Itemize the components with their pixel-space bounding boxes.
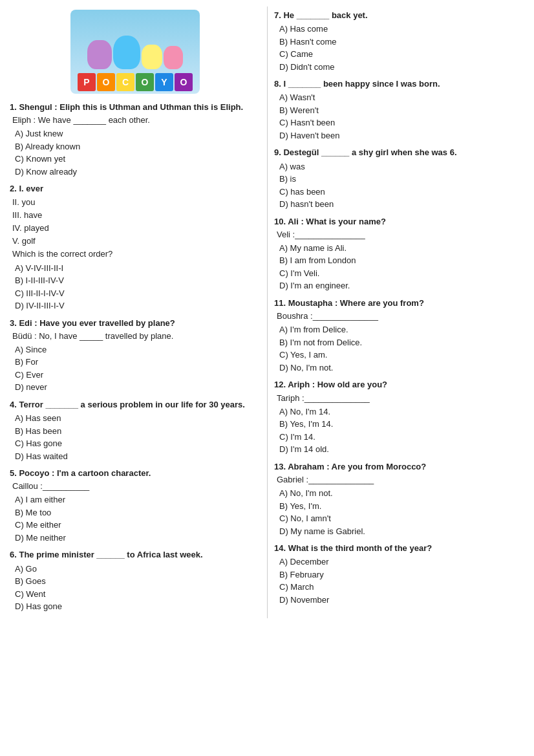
left-column: P O C O Y O 1. Shengul : Eliph this is U… <box>10 6 267 618</box>
option-1-C: C) Known yet <box>15 153 261 166</box>
option-4-A: A) Has seen <box>15 412 261 425</box>
option-13-C: C) No, I amn't <box>279 512 524 525</box>
option-10-A: A) My name is Ali. <box>279 242 524 255</box>
question-subline-2-2: III. have <box>10 210 261 221</box>
option-13-B: B) Yes, I'm. <box>279 500 524 513</box>
option-6-D: D) Has gone <box>15 600 261 613</box>
question-subline-3-1: Büdü : No, I have _____ travelled by pla… <box>10 330 261 342</box>
question-13: 13. Abraham : Are you from Morocco?Gabri… <box>274 461 524 537</box>
char-pato <box>142 45 162 69</box>
logo-block-p: P <box>78 73 96 91</box>
option-7-B: B) Hasn't come <box>279 36 524 49</box>
options-14: A) DecemberB) FebruaryC) MarchD) Novembe… <box>274 556 524 606</box>
question-5: 5. Pocoyo : I'm a cartoon character.Cail… <box>10 468 261 544</box>
option-1-A: A) Just knew <box>15 127 261 140</box>
logo-block-o1: O <box>97 73 115 91</box>
option-3-A: A) Since <box>15 343 261 356</box>
question-subline-2-3: IV. played <box>10 222 261 234</box>
options-6: A) GoB) GoesC) WentD) Has gone <box>10 563 261 613</box>
logo-area: P O C O Y O <box>10 10 261 94</box>
question-6: 6. The prime minister ______ to Africa l… <box>10 549 261 612</box>
option-10-B: B) I am from London <box>279 254 524 267</box>
options-9: A) wasB) isC) has beenD) hasn't been <box>274 160 524 211</box>
char-elly <box>87 40 112 69</box>
option-3-C: C) Ever <box>15 369 261 382</box>
option-4-C: C) Has gone <box>15 437 261 450</box>
logo-block-o3: O <box>175 73 193 91</box>
option-3-D: D) never <box>15 381 261 394</box>
option-7-D: D) Didn't come <box>279 61 524 74</box>
option-11-B: B) I'm not from Delice. <box>279 336 524 349</box>
question-text-6: 6. The prime minister ______ to Africa l… <box>10 549 261 561</box>
option-5-C: C) Me either <box>15 519 261 532</box>
option-13-A: A) No, I'm not. <box>279 487 524 500</box>
option-6-C: C) Went <box>15 588 261 601</box>
option-2-A: A) V-IV-III-II-I <box>15 262 261 275</box>
option-8-C: C) Hasn't been <box>279 116 524 129</box>
options-11: A) I'm from Delice.B) I'm not from Delic… <box>274 323 524 374</box>
question-text-10: 10. Ali : What is your name? <box>274 216 524 228</box>
options-7: A) Has comeB) Hasn't comeC) CameD) Didn'… <box>274 23 524 73</box>
option-6-B: B) Goes <box>15 575 261 588</box>
option-14-C: C) March <box>279 581 524 594</box>
question-subline-10-1: Veli :_______________ <box>274 229 524 241</box>
question-12: 12. Ariph : How old are you?Tariph :____… <box>274 379 524 455</box>
option-9-A: A) was <box>279 160 524 173</box>
question-2: 2. I. everII. youIII. haveIV. playedV. g… <box>10 183 261 312</box>
question-text-1: 1. Shengul : Eliph this is Uthman and Ut… <box>10 102 261 113</box>
question-text-3: 3. Edi : Have you ever travelled by plan… <box>10 318 261 329</box>
question-10: 10. Ali : What is your name?Veli :______… <box>274 216 524 292</box>
logo-characters <box>87 36 183 69</box>
char-loula <box>164 46 183 69</box>
options-4: A) Has seenB) Has beenC) Has goneD) Has … <box>10 412 261 462</box>
question-text-9: 9. Destegül ______ a shy girl when she w… <box>274 147 524 158</box>
question-9: 9. Destegül ______ a shy girl when she w… <box>274 147 524 210</box>
question-subline-5-1: Caillou :__________ <box>10 481 261 492</box>
option-3-B: B) For <box>15 356 261 369</box>
option-14-B: B) February <box>279 568 524 581</box>
option-12-A: A) No, I'm 14. <box>279 405 524 418</box>
logo-image: P O C O Y O <box>70 10 200 94</box>
right-column: 7. He _______ back yet.A) Has comeB) Has… <box>267 6 524 618</box>
option-2-B: B) I-II-III-IV-V <box>15 274 261 287</box>
logo-block-c: C <box>116 73 134 91</box>
option-5-D: D) Me neither <box>15 532 261 545</box>
question-text-4: 4. Terror _______ a serious problem in o… <box>10 399 261 411</box>
option-13-D: D) My name is Gabriel. <box>279 525 524 538</box>
question-14: 14. What is the third month of the year?… <box>274 543 524 606</box>
options-5: A) I am eitherB) Me tooC) Me eitherD) Me… <box>10 493 261 544</box>
options-3: A) SinceB) ForC) EverD) never <box>10 343 261 394</box>
options-8: A) Wasn'tB) Weren'tC) Hasn't beenD) Have… <box>274 91 524 142</box>
question-subline-2-1: II. you <box>10 197 261 208</box>
question-subline-11-1: Boushra :______________ <box>274 310 524 322</box>
question-text-13: 13. Abraham : Are you from Morocco? <box>274 461 524 473</box>
logo-block-o2: O <box>136 73 154 91</box>
question-text-5: 5. Pocoyo : I'm a cartoon character. <box>10 468 261 479</box>
question-text-8: 8. I _______ been happy since I was born… <box>274 78 524 90</box>
option-1-D: D) Know already <box>15 166 261 178</box>
question-subline-2-5: Which is the correct order? <box>10 248 261 260</box>
option-5-B: B) Me too <box>15 506 261 519</box>
right-questions: 7. He _______ back yet.A) Has comeB) Has… <box>274 10 524 606</box>
option-9-C: C) has been <box>279 186 524 199</box>
option-11-A: A) I'm from Delice. <box>279 323 524 336</box>
option-5-A: A) I am either <box>15 493 261 506</box>
question-subline-1-1: Eliph : We have _______ each other. <box>10 114 261 126</box>
option-6-A: A) Go <box>15 563 261 576</box>
option-7-C: C) Came <box>279 48 524 61</box>
char-pocoyo <box>113 36 140 69</box>
options-1: A) Just knewB) Already knownC) Known yet… <box>10 127 261 178</box>
option-8-A: A) Wasn't <box>279 91 524 104</box>
question-7: 7. He _______ back yet.A) Has comeB) Has… <box>274 10 524 73</box>
option-10-D: D) I'm an engineer. <box>279 279 524 292</box>
option-12-C: C) I'm 14. <box>279 431 524 444</box>
logo-block-y: Y <box>155 73 173 91</box>
option-7-A: A) Has come <box>279 23 524 36</box>
option-4-B: B) Has been <box>15 425 261 438</box>
option-8-B: B) Weren't <box>279 104 524 117</box>
options-2: A) V-IV-III-II-IB) I-II-III-IV-VC) III-I… <box>10 262 261 312</box>
option-12-D: D) I'm 14 old. <box>279 443 524 456</box>
option-14-A: A) December <box>279 556 524 568</box>
option-9-D: D) hasn't been <box>279 198 524 211</box>
question-text-7: 7. He _______ back yet. <box>274 10 524 21</box>
